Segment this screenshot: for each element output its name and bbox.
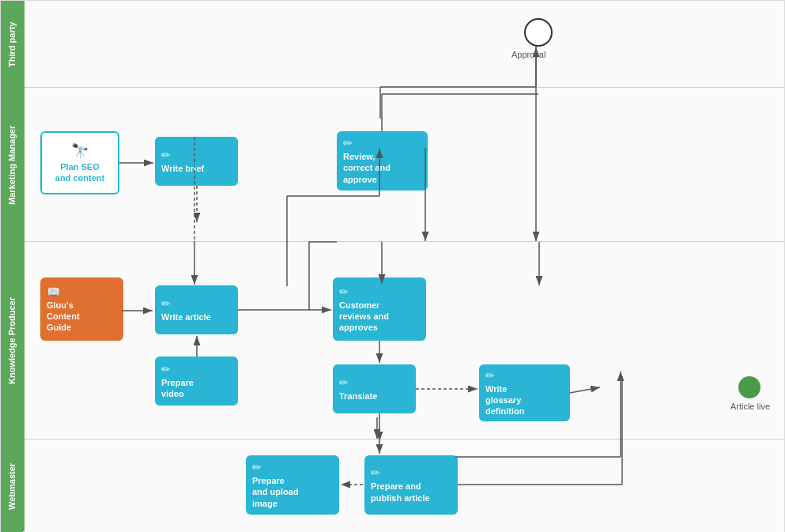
- svg-line-17: [570, 387, 600, 393]
- prepare-image-icon: ✏: [252, 461, 262, 474]
- gluu-guide-box[interactable]: 📖 Gluu'sContentGuide: [40, 277, 123, 341]
- diagram-container: Third party Marketing Manager Knowledge …: [0, 0, 785, 532]
- lane-label-knowledge-producer: Knowledge Producer: [1, 242, 23, 440]
- write-brief-box[interactable]: ✏ Write brief: [155, 137, 238, 186]
- lane-marketing-manager: 🔭 Plan SEOand content ✏ Write brief ✏ Re…: [25, 88, 784, 242]
- prepare-publish-box[interactable]: ✏ Prepare andpublish article: [364, 455, 458, 515]
- review-icon: ✏: [343, 137, 353, 149]
- lane-third-party: Approval: [25, 1, 784, 88]
- swim-lanes-content: Approval 🔭 Plan SEOand content ✏: [23, 1, 784, 531]
- plan-seo-box[interactable]: 🔭 Plan SEOand content: [40, 131, 119, 194]
- glossary-icon: ✏: [485, 369, 495, 382]
- third-party-arrows: [25, 1, 784, 87]
- article-live-label: Article live: [730, 402, 770, 411]
- customer-reviews-icon: ✏: [339, 285, 349, 298]
- lane-label-marketing-manager: Marketing Manager: [1, 88, 23, 242]
- prepare-video-icon: ✏: [161, 363, 171, 375]
- book-icon: 📖: [47, 285, 60, 298]
- write-article-box[interactable]: ✏ Write article: [155, 285, 238, 334]
- article-live-circle: [738, 376, 760, 398]
- lane-label-webmaster: Webmaster: [1, 440, 23, 532]
- translate-icon: ✏: [339, 376, 349, 389]
- prepare-image-box[interactable]: ✏ Prepareand uploadimage: [246, 455, 339, 515]
- write-glossary-box[interactable]: ✏ Writeglossarydefinition: [479, 364, 570, 421]
- approval-label: Approval: [511, 50, 545, 59]
- customer-reviews-box[interactable]: ✏ Customerreviews andapproves: [333, 277, 426, 341]
- write-article-icon: ✏: [161, 297, 171, 310]
- translate-box[interactable]: ✏ Translate: [333, 364, 416, 413]
- lane-knowledge-producer: 📖 Gluu'sContentGuide ✏ Write article ✏ P…: [25, 242, 784, 440]
- swim-lane-labels: Third party Marketing Manager Knowledge …: [1, 1, 23, 531]
- prepare-video-box[interactable]: ✏ Preparevideo: [155, 357, 238, 406]
- write-brief-icon: ✏: [161, 149, 171, 161]
- binoculars-icon: 🔭: [71, 142, 89, 160]
- approval-circle: [524, 18, 553, 47]
- prepare-publish-icon: ✏: [371, 466, 380, 479]
- lane-label-third-party: Third party: [1, 1, 23, 88]
- review-correct-box[interactable]: ✏ Review,correct andapprove: [337, 131, 428, 191]
- lane-webmaster: ✏ Prepareand uploadimage ✏ Prepare andpu…: [25, 440, 784, 532]
